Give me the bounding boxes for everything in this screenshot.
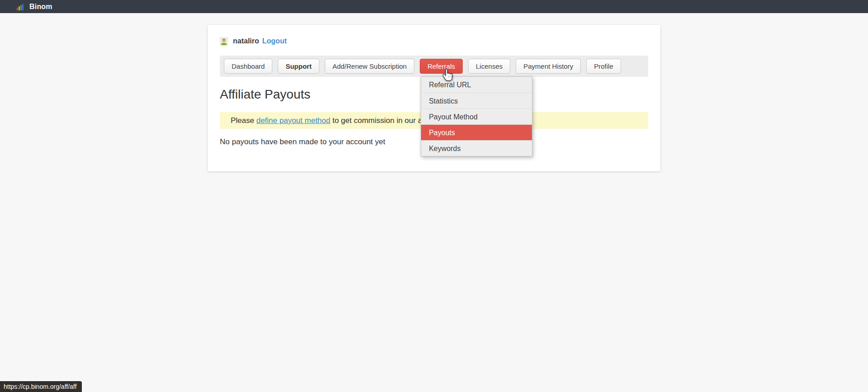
tab-profile[interactable]: Profile [586,59,621,74]
notice-text-prefix: Please [231,116,256,125]
dropdown-item-keywords[interactable]: Keywords [421,140,532,156]
dropdown-item-payouts[interactable]: Payouts [421,124,532,140]
main-nav: Dashboard Support Add/Renew Subscription… [220,56,648,77]
topbar: Binom [0,0,868,13]
tab-referrals[interactable]: Referrals [420,59,463,74]
referrals-tab-wrap: Referrals Referral URL Statistics Payout… [420,59,463,74]
tab-payment-history[interactable]: Payment History [516,59,581,74]
user-row: nataliro Logout [220,37,648,45]
tab-add-renew-subscription[interactable]: Add/Renew Subscription [325,59,414,74]
define-payout-method-link[interactable]: define payout method [256,116,331,125]
account-card: nataliro Logout Dashboard Support Add/Re… [208,25,660,171]
tab-dashboard[interactable]: Dashboard [224,59,272,74]
dropdown-item-statistics[interactable]: Statistics [421,93,532,109]
logout-link[interactable]: Logout [262,37,287,45]
brand-name: Binom [29,3,52,11]
tab-licenses[interactable]: Licenses [468,59,510,74]
link-preview-statusbar: https://cp.binom.org/aff/aff [0,381,82,392]
referrals-dropdown-menu: Referral URL Statistics Payout Method Pa… [421,76,532,156]
bar-chart-icon [17,4,24,10]
person-icon [220,37,228,45]
brand-logo[interactable]: Binom [17,3,52,11]
notice-text-suffix: to get commission in our affilia [330,116,436,125]
dropdown-item-payout-method[interactable]: Payout Method [421,109,532,124]
dropdown-item-referral-url[interactable]: Referral URL [421,77,532,93]
tab-support[interactable]: Support [278,59,319,74]
username: nataliro [233,37,259,45]
